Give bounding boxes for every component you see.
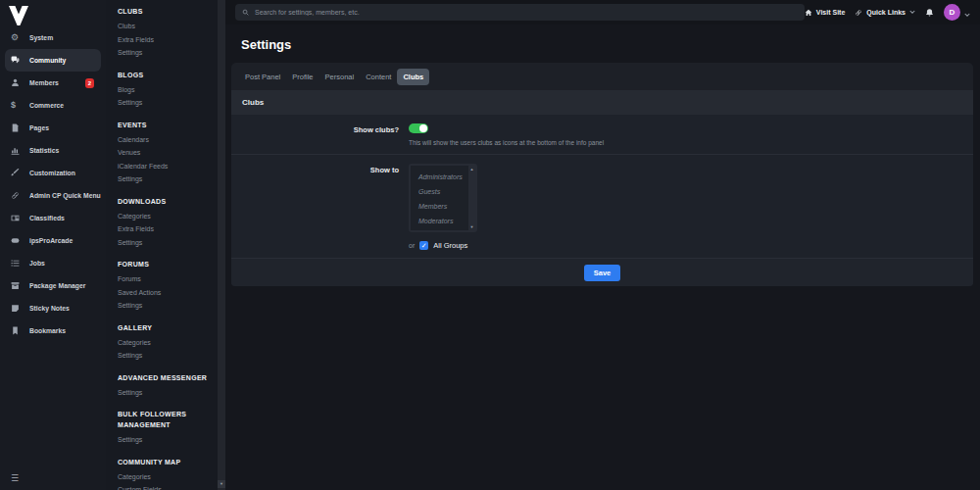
subnav-section-title: EVENTS — [118, 120, 210, 130]
subnav-item-downloads-categories[interactable]: Categories — [118, 210, 210, 223]
subnav-item-community-map-custom-fields[interactable]: Custom Fields — [118, 483, 210, 490]
subnav-section-gallery: GALLERYCategoriesSettings — [118, 322, 210, 363]
jobs-icon — [11, 259, 24, 268]
show-to-listbox[interactable]: AdministratorsGuestsMembersModerators ▲ … — [409, 164, 477, 232]
subnav-item-downloads-settings[interactable]: Settings — [118, 236, 210, 250]
sidebar-item-community[interactable]: Community — [5, 49, 101, 72]
quick-links-button[interactable]: Quick Links — [855, 9, 915, 17]
subnav-section-bulk-followers-management: BULK FOLLOWERS MANAGEMENTSettings — [118, 409, 210, 447]
subnav-item-events-icalendar-feeds[interactable]: iCalendar Feeds — [118, 160, 210, 173]
sidebar-item-bookmarks[interactable]: Bookmarks — [5, 319, 101, 342]
sidebar-item-classifieds[interactable]: Classifieds — [5, 207, 101, 229]
sticky-notes-icon — [11, 304, 24, 313]
sidebar-item-customization[interactable]: Customization — [5, 162, 101, 184]
all-groups-label: All Groups — [433, 241, 467, 250]
notifications-button[interactable] — [925, 4, 934, 22]
arcade-icon — [11, 236, 24, 245]
subnav-item-blogs-settings[interactable]: Settings — [118, 96, 210, 110]
subnav-section-title: ADVANCED MESSENGER — [118, 372, 210, 383]
subnav-item-events-venues[interactable]: Venues — [118, 146, 210, 160]
scroll-down-icon[interactable]: ▼ — [470, 224, 474, 229]
subnav-item-clubs-settings[interactable]: Settings — [118, 46, 210, 60]
show-clubs-row: Show clubs? This will show the users clu… — [231, 115, 973, 155]
subnav-item-community-map-categories[interactable]: Categories — [118, 470, 210, 484]
listbox-option-administrators[interactable]: Administrators — [418, 170, 468, 184]
sidebar-item-package-manager[interactable]: Package Manager — [5, 274, 101, 297]
subnav-item-gallery-categories[interactable]: Categories — [118, 336, 210, 350]
sidebar-item-label: Admin CP Quick Menu — [29, 192, 101, 199]
sidebar-item-ipsproarcade[interactable]: ipsProArcade — [5, 229, 101, 252]
subnav-item-forums-saved-actions[interactable]: Saved Actions — [118, 286, 210, 300]
sidebar-item-label: Community — [29, 57, 66, 64]
subnav-item-blogs-blogs[interactable]: Blogs — [118, 83, 210, 97]
subnav-item-forums-forums[interactable]: Forums — [118, 272, 210, 286]
sidebar-item-system[interactable]: ⚙System — [5, 26, 101, 49]
save-button[interactable]: Save — [584, 265, 621, 281]
top-bar: Visit Site Quick Links D — [225, 0, 980, 24]
search-icon — [242, 9, 249, 16]
tab-profile[interactable]: Profile — [286, 69, 318, 85]
subnav-item-events-settings[interactable]: Settings — [118, 172, 210, 186]
listbox-option-guests[interactable]: Guests — [418, 184, 468, 199]
sidebar-item-jobs[interactable]: Jobs — [5, 252, 101, 274]
sidebar-item-admin-cp-quick-menu[interactable]: Admin CP Quick Menu — [5, 184, 101, 207]
quick-menu-icon — [11, 191, 24, 200]
sidebar-item-commerce[interactable]: $Commerce — [5, 94, 101, 117]
sidebar-item-statistics[interactable]: Statistics — [5, 139, 101, 162]
subnav-item-downloads-extra-fields[interactable]: Extra Fields — [118, 222, 210, 236]
scroll-up-icon[interactable]: ▲ — [470, 167, 474, 172]
subnav-section-title: DOWNLOADS — [118, 196, 210, 207]
panel-header: Clubs — [231, 90, 973, 115]
listbox-option-moderators[interactable]: Moderators — [418, 214, 468, 228]
all-groups-checkbox[interactable]: ✓ — [419, 241, 428, 250]
sidebar-item-label: ipsProArcade — [29, 237, 73, 244]
sidebar-item-pages[interactable]: Pages — [5, 117, 101, 139]
settings-panel: Clubs Show clubs? This will show the use… — [231, 90, 973, 286]
subnav-section-clubs: CLUBSClubsExtra FieldsSettings — [118, 6, 210, 60]
chevron-down-icon — [964, 4, 970, 22]
user-menu[interactable]: D — [944, 4, 970, 22]
subnav-section-advanced-messenger: ADVANCED MESSENGERSettings — [118, 372, 210, 400]
subnav-item-bulk-followers-management-settings[interactable]: Settings — [118, 433, 210, 447]
tab-content[interactable]: Content — [360, 69, 397, 85]
tab-clubs[interactable]: Clubs — [397, 69, 429, 85]
package-manager-icon — [11, 281, 24, 290]
show-clubs-label: Show clubs? — [231, 123, 399, 146]
subnav-item-events-calendars[interactable]: Calendars — [118, 133, 210, 147]
listbox-scrollbar[interactable]: ▲ ▼ — [468, 166, 475, 230]
show-clubs-description: This will show the users clubs as icons … — [409, 139, 604, 146]
subnav-section-events: EVENTSCalendarsVenuesiCalendar FeedsSett… — [118, 120, 210, 186]
subnav-section-forums: FORUMSForumsSaved ActionsSettings — [118, 259, 210, 313]
subnav-item-clubs-extra-fields[interactable]: Extra Fields — [118, 33, 210, 47]
subnav-item-forums-settings[interactable]: Settings — [118, 299, 210, 313]
tab-bar: Post PanelProfilePersonalContentClubs — [231, 63, 973, 90]
visit-site-button[interactable]: Visit Site — [805, 9, 845, 17]
sidebar-scrollbar[interactable]: ▼ — [218, 0, 225, 490]
subnav-item-advanced-messenger-settings[interactable]: Settings — [118, 386, 210, 400]
listbox-option-members[interactable]: Members — [418, 199, 468, 214]
sidebar-item-label: Sticky Notes — [29, 305, 70, 312]
bell-icon — [925, 8, 934, 18]
show-to-row: Show to AdministratorsGuestsMembersModer… — [231, 155, 973, 259]
community-icon — [11, 56, 24, 65]
invision-logo-icon[interactable] — [9, 6, 28, 25]
notification-badge: 2 — [85, 78, 94, 88]
sidebar-item-label: Statistics — [29, 147, 59, 154]
hamburger-menu-icon[interactable]: ☰ — [11, 473, 19, 483]
subnav-item-clubs-clubs[interactable]: Clubs — [118, 20, 210, 33]
subnav-section-title: COMMUNITY MAP — [118, 457, 210, 467]
link-icon — [855, 9, 862, 17]
search-input[interactable] — [255, 9, 798, 16]
search-box[interactable] — [235, 4, 805, 21]
show-clubs-toggle[interactable] — [409, 123, 428, 133]
secondary-sidebar: CLUBSClubsExtra FieldsSettingsBLOGSBlogs… — [106, 0, 218, 490]
commerce-icon: $ — [11, 101, 24, 110]
subnav-item-gallery-settings[interactable]: Settings — [118, 349, 210, 363]
sidebar-item-label: Bookmarks — [29, 327, 66, 334]
scroll-down-icon[interactable]: ▼ — [218, 480, 225, 488]
tab-post-panel[interactable]: Post Panel — [239, 69, 286, 85]
sidebar-item-sticky-notes[interactable]: Sticky Notes — [5, 297, 101, 319]
avatar[interactable]: D — [944, 4, 960, 21]
tab-personal[interactable]: Personal — [319, 69, 361, 85]
sidebar-item-members[interactable]: Members2 — [5, 72, 101, 94]
